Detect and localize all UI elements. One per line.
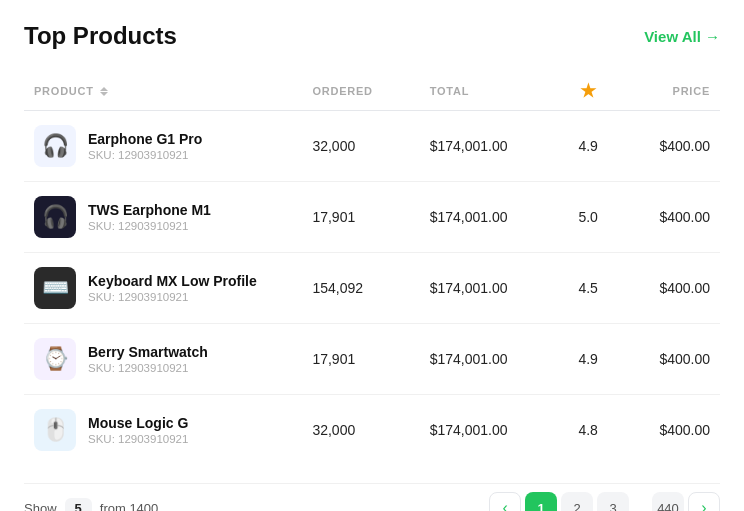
page-440-button[interactable]: 440 bbox=[652, 492, 684, 511]
total-cell-3: $174,001.00 bbox=[420, 324, 552, 395]
page-1-button[interactable]: 1 bbox=[525, 492, 557, 511]
table-row: 🖱️ Mouse Logic G SKU: 12903910921 32,000… bbox=[24, 395, 720, 466]
product-cell-0: 🎧 Earphone G1 Pro SKU: 12903910921 bbox=[24, 111, 302, 182]
price-cell-1: $400.00 bbox=[625, 182, 720, 253]
rating-cell-3: 4.9 bbox=[551, 324, 624, 395]
product-cell-1: 🎧 TWS Earphone M1 SKU: 12903910921 bbox=[24, 182, 302, 253]
ordered-cell-3: 17,901 bbox=[302, 324, 419, 395]
ordered-cell-1: 17,901 bbox=[302, 182, 419, 253]
show-count: 5 bbox=[65, 498, 92, 512]
table-footer: Show 5 from 1400 ‹123...440› bbox=[24, 483, 720, 511]
price-cell-0: $400.00 bbox=[625, 111, 720, 182]
ordered-cell-4: 32,000 bbox=[302, 395, 419, 466]
show-label: Show bbox=[24, 501, 57, 512]
price-cell-4: $400.00 bbox=[625, 395, 720, 466]
table-header-row: PRODUCT ORDERED TOTAL ★ PRICE bbox=[24, 72, 720, 111]
product-name-0: Earphone G1 Pro bbox=[88, 131, 202, 147]
col-header-product: PRODUCT bbox=[24, 72, 302, 111]
product-name-3: Berry Smartwatch bbox=[88, 344, 208, 360]
page-3-button[interactable]: 3 bbox=[597, 492, 629, 511]
table-row: ⌨️ Keyboard MX Low Profile SKU: 12903910… bbox=[24, 253, 720, 324]
product-sku-3: SKU: 12903910921 bbox=[88, 362, 208, 374]
ordered-cell-0: 32,000 bbox=[302, 111, 419, 182]
col-header-rating: ★ bbox=[551, 72, 624, 111]
product-cell-2: ⌨️ Keyboard MX Low Profile SKU: 12903910… bbox=[24, 253, 302, 324]
pagination-ellipsis: ... bbox=[633, 501, 648, 512]
total-cell-2: $174,001.00 bbox=[420, 253, 552, 324]
rating-cell-1: 5.0 bbox=[551, 182, 624, 253]
view-all-link[interactable]: View All → bbox=[644, 28, 720, 45]
product-name-1: TWS Earphone M1 bbox=[88, 202, 211, 218]
rating-cell-4: 4.8 bbox=[551, 395, 624, 466]
star-header-icon: ★ bbox=[580, 81, 597, 101]
product-name-4: Mouse Logic G bbox=[88, 415, 188, 431]
product-cell-4: 🖱️ Mouse Logic G SKU: 12903910921 bbox=[24, 395, 302, 466]
table-row: 🎧 Earphone G1 Pro SKU: 12903910921 32,00… bbox=[24, 111, 720, 182]
product-name-2: Keyboard MX Low Profile bbox=[88, 273, 257, 289]
col-header-price: PRICE bbox=[625, 72, 720, 111]
table-row: ⌚ Berry Smartwatch SKU: 12903910921 17,9… bbox=[24, 324, 720, 395]
product-sku-2: SKU: 12903910921 bbox=[88, 291, 257, 303]
page-header: Top Products View All → bbox=[24, 22, 720, 50]
pagination: ‹123...440› bbox=[489, 492, 720, 511]
products-table: PRODUCT ORDERED TOTAL ★ PRICE 🎧 bbox=[24, 72, 720, 465]
col-header-total: TOTAL bbox=[420, 72, 552, 111]
page-title: Top Products bbox=[24, 22, 177, 50]
total-cell-1: $174,001.00 bbox=[420, 182, 552, 253]
product-sku-0: SKU: 12903910921 bbox=[88, 149, 202, 161]
next-page-button[interactable]: › bbox=[688, 492, 720, 511]
price-cell-3: $400.00 bbox=[625, 324, 720, 395]
product-sku-1: SKU: 12903910921 bbox=[88, 220, 211, 232]
table-row: 🎧 TWS Earphone M1 SKU: 12903910921 17,90… bbox=[24, 182, 720, 253]
product-image-3: ⌚ bbox=[34, 338, 76, 380]
sort-icon[interactable] bbox=[100, 87, 108, 96]
product-image-2: ⌨️ bbox=[34, 267, 76, 309]
rating-cell-2: 4.5 bbox=[551, 253, 624, 324]
product-cell-3: ⌚ Berry Smartwatch SKU: 12903910921 bbox=[24, 324, 302, 395]
total-cell-0: $174,001.00 bbox=[420, 111, 552, 182]
price-cell-2: $400.00 bbox=[625, 253, 720, 324]
rating-cell-0: 4.9 bbox=[551, 111, 624, 182]
col-header-ordered: ORDERED bbox=[302, 72, 419, 111]
product-image-0: 🎧 bbox=[34, 125, 76, 167]
product-image-1: 🎧 bbox=[34, 196, 76, 238]
total-cell-4: $174,001.00 bbox=[420, 395, 552, 466]
from-label: from 1400 bbox=[100, 501, 159, 512]
prev-page-button[interactable]: ‹ bbox=[489, 492, 521, 511]
product-image-4: 🖱️ bbox=[34, 409, 76, 451]
page-2-button[interactable]: 2 bbox=[561, 492, 593, 511]
product-sku-4: SKU: 12903910921 bbox=[88, 433, 188, 445]
ordered-cell-2: 154,092 bbox=[302, 253, 419, 324]
show-row: Show 5 from 1400 bbox=[24, 498, 158, 512]
